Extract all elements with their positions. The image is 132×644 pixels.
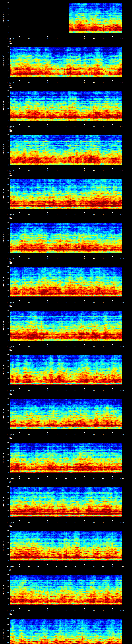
y-minor-tick-right <box>122 6 122 6</box>
y-major-tick-right <box>122 77 122 77</box>
y-minor-tick <box>10 244 10 244</box>
x-tick <box>84 564 85 565</box>
y-minor-tick <box>10 376 10 376</box>
y-minor-tick <box>10 552 10 552</box>
y-tick-label: 0 <box>4 428 9 430</box>
y-tick-label: 200 <box>4 598 9 600</box>
y-minor-tick <box>10 546 10 546</box>
y-tick-label: 400 <box>4 460 9 462</box>
y-major-tick <box>9 587 10 587</box>
y-tick-label: 600 <box>4 630 9 632</box>
y-major-tick <box>9 429 10 429</box>
y-major-tick <box>9 405 10 405</box>
y-major-tick <box>9 473 10 473</box>
y-major-tick <box>9 311 10 311</box>
x-tick-label: 35 <box>73 38 78 39</box>
y-minor-tick <box>10 50 10 50</box>
spectrogram-panel: Frequency (Hz) 0200400600800100051015202… <box>0 396 132 440</box>
x-tick-label: 15 <box>36 434 41 435</box>
y-minor-tick <box>10 540 10 540</box>
y-tick-label: 1000 <box>4 134 9 136</box>
y-major-tick-right <box>122 15 122 15</box>
x-tick <box>56 36 57 37</box>
y-minor-tick-right <box>122 358 122 358</box>
x-tick <box>66 476 66 477</box>
y-minor-tick-right <box>122 206 122 206</box>
y-axis-title: Frequency (Hz) <box>2 362 4 377</box>
y-minor-tick-right <box>122 640 122 640</box>
y-major-tick <box>9 455 10 455</box>
x-tick <box>66 432 66 433</box>
y-tick-label: 200 <box>4 114 9 116</box>
y-major-tick <box>9 537 10 537</box>
x-tick-label: 10 <box>26 522 32 523</box>
y-major-tick <box>9 385 10 385</box>
y-major-tick-right <box>122 423 122 423</box>
x-tick <box>10 36 10 37</box>
x-tick <box>10 388 10 389</box>
y-major-tick-right <box>122 379 122 379</box>
y-major-tick-right <box>122 487 122 487</box>
x-tick-label: 55 <box>110 478 115 479</box>
x-tick <box>29 212 29 213</box>
y-minor-tick <box>10 382 10 382</box>
x-tick <box>112 432 112 433</box>
y-minor-tick-right <box>122 628 122 628</box>
x-tick <box>20 212 20 213</box>
x-tick-label: 35 <box>73 566 78 567</box>
y-tick-label: 200 <box>4 642 9 644</box>
x-tick <box>66 564 66 565</box>
x-tick <box>47 388 48 389</box>
x-tick-label: 50 <box>100 522 106 523</box>
y-tick-label: 200 <box>4 246 9 248</box>
x-tick-label: 25 <box>54 82 59 83</box>
x-tick <box>29 168 29 169</box>
x-tick <box>47 168 48 169</box>
y-minor-tick-right <box>122 332 122 332</box>
x-tick-label: 50 <box>100 478 106 479</box>
y-major-tick <box>9 379 10 379</box>
y-tick-label: 600 <box>4 58 9 60</box>
x-end-time-label: 5:00 <box>118 38 126 39</box>
y-minor-tick <box>10 150 10 150</box>
y-minor-tick-right <box>122 402 122 402</box>
y-major-tick-right <box>122 499 122 499</box>
y-major-tick-right <box>122 561 122 561</box>
y-minor-tick <box>10 464 10 464</box>
x-tick <box>84 476 85 477</box>
y-major-tick-right <box>122 291 122 291</box>
y-major-tick-right <box>122 147 122 147</box>
x-tick <box>84 80 85 81</box>
x-tick <box>112 124 112 125</box>
y-major-tick <box>9 517 10 517</box>
x-tick-label: 20 <box>45 610 50 611</box>
x-tick <box>75 476 76 477</box>
spectrogram-stack: Frequency (Hz) 0200400600800100051015202… <box>0 0 132 644</box>
x-tick-label: 55 <box>110 610 115 611</box>
y-minor-tick <box>10 584 10 584</box>
y-minor-tick-right <box>122 118 122 118</box>
y-major-tick <box>9 253 10 253</box>
x-tick-label: 45 <box>91 610 96 611</box>
spectrogram-plot <box>10 267 122 297</box>
y-tick-label: 800 <box>4 52 9 54</box>
x-tick <box>10 168 10 169</box>
x-tick <box>75 432 76 433</box>
y-minor-tick <box>10 458 10 458</box>
y-tick-label: 1000 <box>4 486 9 488</box>
y-minor-tick-right <box>122 100 122 100</box>
y-major-tick <box>9 619 10 619</box>
y-major-tick <box>9 505 10 505</box>
x-tick <box>75 344 76 345</box>
x-tick-label: 55 <box>110 346 115 347</box>
x-tick-label: 55 <box>110 390 115 391</box>
x-tick-label: 35 <box>73 82 78 83</box>
x-tick <box>94 344 94 345</box>
x-end-time-label: 18:00 <box>118 610 126 611</box>
x-tick <box>122 36 122 37</box>
date-line: Mar <box>6 41 14 42</box>
y-minor-tick-right <box>122 408 122 408</box>
x-tick <box>103 344 103 345</box>
y-tick-label: 600 <box>4 586 9 588</box>
date-line: Mar <box>6 569 14 570</box>
